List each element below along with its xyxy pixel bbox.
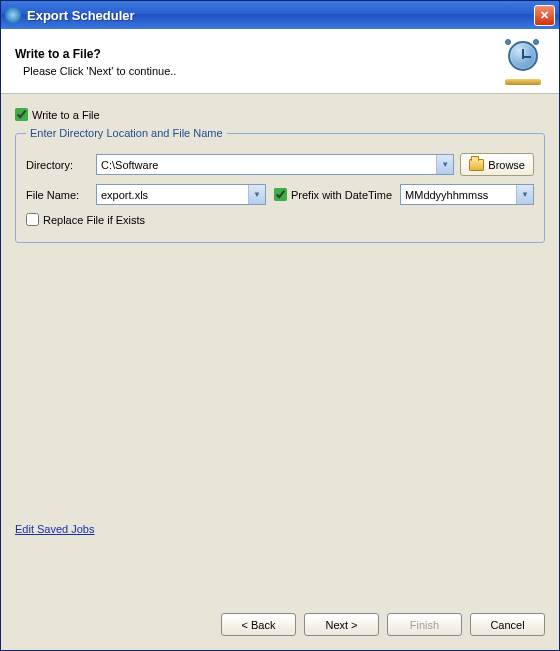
cancel-button[interactable]: Cancel: [470, 613, 545, 636]
wizard-content: Write to a File Enter Directory Location…: [1, 94, 559, 603]
filename-row: File Name: export.xls ▼ Prefix with Date…: [26, 184, 534, 205]
app-icon: [5, 7, 21, 23]
chevron-down-icon[interactable]: ▼: [436, 155, 453, 174]
datetime-format-combobox[interactable]: MMddyyhhmmss ▼: [400, 184, 534, 205]
clock-icon: [501, 39, 545, 85]
close-icon: ✕: [540, 9, 549, 22]
page-subtitle: Please Click 'Next' to continue..: [23, 65, 501, 77]
folder-icon: [469, 159, 484, 171]
chevron-down-icon[interactable]: ▼: [516, 185, 533, 204]
directory-value: C:\Software: [97, 159, 436, 171]
edit-saved-jobs-link[interactable]: Edit Saved Jobs: [15, 523, 95, 535]
directory-row: Directory: C:\Software ▼ Browse: [26, 153, 534, 176]
back-button[interactable]: < Back: [221, 613, 296, 636]
wizard-footer: < Back Next > Finish Cancel: [1, 603, 559, 650]
filename-combobox[interactable]: export.xls ▼: [96, 184, 266, 205]
prefix-label: Prefix with DateTime: [291, 189, 392, 201]
titlebar: Export Scheduler ✕: [1, 1, 559, 29]
filename-value: export.xls: [97, 189, 248, 201]
next-button[interactable]: Next >: [304, 613, 379, 636]
page-title: Write to a File?: [15, 47, 501, 61]
replace-row[interactable]: Replace File if Exists: [26, 213, 534, 226]
close-button[interactable]: ✕: [534, 5, 555, 26]
window-title: Export Scheduler: [27, 8, 534, 23]
replace-checkbox[interactable]: [26, 213, 39, 226]
directory-combobox[interactable]: C:\Software ▼: [96, 154, 454, 175]
wizard-header-text: Write to a File? Please Click 'Next' to …: [15, 47, 501, 77]
prefix-checkbox[interactable]: [274, 188, 287, 201]
datetime-format-value: MMddyyhhmmss: [401, 189, 516, 201]
write-to-file-row[interactable]: Write to a File: [15, 108, 545, 121]
replace-label: Replace File if Exists: [43, 214, 145, 226]
chevron-down-icon[interactable]: ▼: [248, 185, 265, 204]
write-to-file-checkbox[interactable]: [15, 108, 28, 121]
groupbox-legend: Enter Directory Location and File Name: [26, 127, 227, 139]
directory-groupbox: Enter Directory Location and File Name D…: [15, 127, 545, 243]
directory-label: Directory:: [26, 159, 90, 171]
prefix-row[interactable]: Prefix with DateTime: [274, 188, 392, 201]
export-scheduler-window: Export Scheduler ✕ Write to a File? Plea…: [0, 0, 560, 651]
finish-button: Finish: [387, 613, 462, 636]
wizard-header: Write to a File? Please Click 'Next' to …: [1, 29, 559, 94]
write-to-file-label: Write to a File: [32, 109, 100, 121]
browse-button[interactable]: Browse: [460, 153, 534, 176]
browse-label: Browse: [488, 159, 525, 171]
filename-label: File Name:: [26, 189, 90, 201]
spacer: [15, 243, 545, 523]
